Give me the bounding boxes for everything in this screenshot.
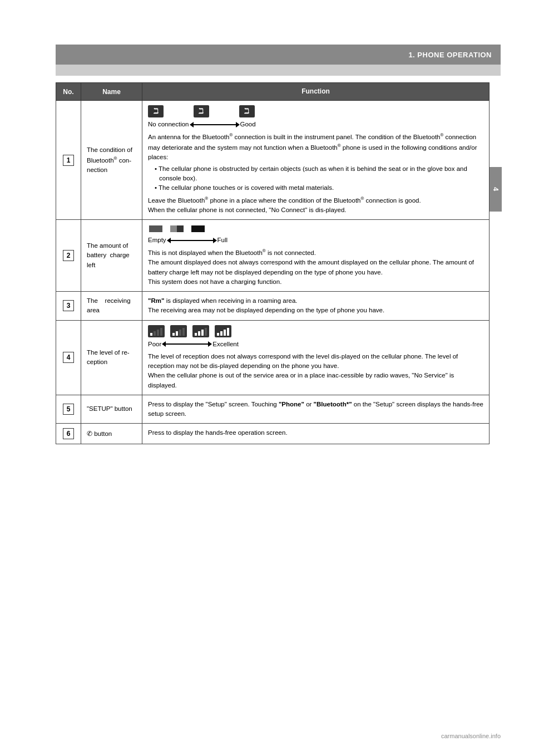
signal-bar-2 bbox=[198, 331, 200, 336]
row1-extra2: When the cellular phone is not connected… bbox=[148, 205, 483, 215]
row5-name: "SETUP" button bbox=[81, 395, 142, 424]
bt-icon-2: ℶ bbox=[194, 105, 209, 117]
signal-bar-3 bbox=[179, 330, 181, 336]
signal-bar-1 bbox=[172, 333, 175, 336]
row4-no: 4 bbox=[56, 320, 81, 395]
row1-arrow-line bbox=[192, 124, 237, 125]
table-row: 1 The condition of Bluetooth® con-nectio… bbox=[56, 101, 490, 220]
row1-no: 1 bbox=[56, 101, 81, 220]
signal-bar-2 bbox=[176, 331, 178, 336]
row4-name: The level of re-ception bbox=[81, 320, 142, 395]
battery-empty-icon bbox=[148, 224, 164, 233]
row1-icons: ℶ ℶ ℶ bbox=[148, 105, 483, 117]
sidebar-tab-text: 4 bbox=[492, 187, 500, 191]
header-title: 1. PHONE OPERATION bbox=[408, 51, 492, 59]
row1-bullet1: • The cellular phone is obstructed by ce… bbox=[155, 164, 483, 184]
row4-arrow-row: Poor Excellent bbox=[148, 340, 483, 349]
signal-bar-2 bbox=[220, 331, 222, 336]
row2-arrow-row: Empty Full bbox=[148, 235, 483, 245]
row4-desc1: The level of reception does not always c… bbox=[148, 352, 483, 371]
signal-medium-icon bbox=[170, 325, 187, 337]
row4-arrow bbox=[165, 343, 209, 345]
row2-name: The amount of battery charge left bbox=[81, 219, 142, 291]
row4-function: Poor Excellent The level of reception do… bbox=[142, 320, 490, 395]
table-row: 5 "SETUP" button Press to display the "S… bbox=[56, 395, 490, 424]
battery-half-icon bbox=[169, 224, 185, 233]
row2-empty-label: Empty bbox=[148, 235, 166, 245]
bt-icon-1: ℶ bbox=[148, 105, 164, 117]
table-row: 4 The level of re-ception bbox=[56, 320, 490, 395]
row5-function: Press to display the "Setup" screen. Tou… bbox=[142, 395, 490, 424]
row2-full-label: Full bbox=[217, 235, 228, 245]
row6-number-box: 6 bbox=[63, 428, 74, 439]
row2-desc1: This is not displayed when the Bluetooth… bbox=[148, 248, 483, 258]
row5-no: 5 bbox=[56, 395, 81, 424]
row4-icons bbox=[148, 325, 483, 337]
row2-no: 2 bbox=[56, 219, 81, 291]
signal-bar-2 bbox=[154, 331, 156, 336]
row1-function: ℶ ℶ ℶ bbox=[142, 101, 490, 220]
row2-desc2: The amount displayed does not always cor… bbox=[148, 258, 483, 277]
row3-number-box: 3 bbox=[63, 300, 74, 311]
row1-bullet2: • The cellular phone touches or is cover… bbox=[155, 183, 483, 193]
row1-good-label: Good bbox=[240, 120, 256, 129]
signal-bar-1 bbox=[150, 333, 152, 336]
main-table-container: No. Name Function 1 The condition of Blu… bbox=[56, 82, 490, 656]
signal-bar-4 bbox=[227, 328, 229, 336]
row1-arrow bbox=[192, 124, 237, 125]
row3-rm-label: "Rm" bbox=[148, 297, 164, 304]
row1-extra1: Leave the Bluetooth® phone in a place wh… bbox=[148, 195, 483, 205]
signal-bar-1 bbox=[217, 333, 219, 336]
row6-no: 6 bbox=[56, 424, 81, 444]
col-header-function: Function bbox=[142, 83, 490, 101]
signal-bar-4 bbox=[160, 328, 162, 336]
row4-arrow-line bbox=[165, 343, 209, 345]
row6-function: Press to display the hands-free operatio… bbox=[142, 424, 490, 444]
row4-desc2: When the cellular phone is out of the se… bbox=[148, 371, 483, 390]
watermark: carmanualsonline.info bbox=[441, 733, 501, 739]
signal-poor-icon bbox=[148, 325, 165, 337]
header-bar: 1. PHONE OPERATION bbox=[56, 45, 501, 65]
signal-excellent-icon bbox=[215, 325, 231, 337]
row3-desc1: "Rm" is displayed when receiving in a ro… bbox=[148, 296, 483, 306]
row6-name: ✆ button bbox=[81, 424, 142, 444]
bt-symbol-1: ℶ bbox=[154, 106, 159, 117]
row3-no: 3 bbox=[56, 292, 81, 321]
table-row: 2 The amount of battery charge left bbox=[56, 219, 490, 291]
row4-number-box: 4 bbox=[63, 352, 74, 363]
table-row: 3 The receiving area "Rm" is displayed w… bbox=[56, 292, 490, 321]
row2-icons bbox=[148, 224, 483, 233]
row3-desc2: The receiving area may not be displayed … bbox=[148, 306, 483, 315]
sidebar-tab: 4 bbox=[490, 167, 502, 212]
signal-bar-3 bbox=[224, 330, 226, 336]
bt-symbol-3: ℶ bbox=[244, 106, 249, 117]
page-wrapper: 1. PHONE OPERATION 4 No. Name Function 1 bbox=[0, 0, 534, 756]
col-header-no: No. bbox=[56, 83, 81, 101]
signal-bar-1 bbox=[195, 333, 197, 336]
row5-number-box: 5 bbox=[63, 404, 74, 415]
col-header-name: Name bbox=[81, 83, 142, 101]
row4-poor-label: Poor bbox=[148, 340, 161, 349]
row2-arrow-line bbox=[170, 240, 214, 241]
main-table: No. Name Function 1 The condition of Blu… bbox=[56, 82, 490, 444]
signal-good-icon bbox=[192, 325, 209, 337]
row2-function: Empty Full This is not displayed when th… bbox=[142, 219, 490, 291]
row3-function: "Rm" is displayed when receiving in a ro… bbox=[142, 292, 490, 321]
signal-bar-4 bbox=[182, 328, 185, 336]
signal-bar-3 bbox=[157, 330, 159, 336]
bt-symbol-2: ℶ bbox=[199, 106, 204, 117]
row2-desc3: This system does not have a charging fun… bbox=[148, 277, 483, 287]
battery-full-icon bbox=[190, 224, 206, 233]
row1-arrow-row: No connection Good bbox=[148, 120, 483, 129]
row1-number-box: 1 bbox=[63, 155, 74, 166]
row5-bt-label: "Bluetooth*" bbox=[314, 401, 352, 408]
row2-arrow bbox=[170, 240, 214, 241]
signal-bar-4 bbox=[205, 328, 207, 336]
row2-number-box: 2 bbox=[63, 250, 74, 261]
row4-excellent-label: Excellent bbox=[212, 340, 239, 349]
row1-desc: An antenna for the Bluetooth® connection… bbox=[148, 132, 483, 161]
row5-phone-label: "Phone" bbox=[279, 401, 304, 408]
row1-no-connection-label: No connection bbox=[148, 120, 189, 129]
signal-bar-3 bbox=[201, 330, 204, 336]
battery-half-fill bbox=[170, 225, 177, 232]
